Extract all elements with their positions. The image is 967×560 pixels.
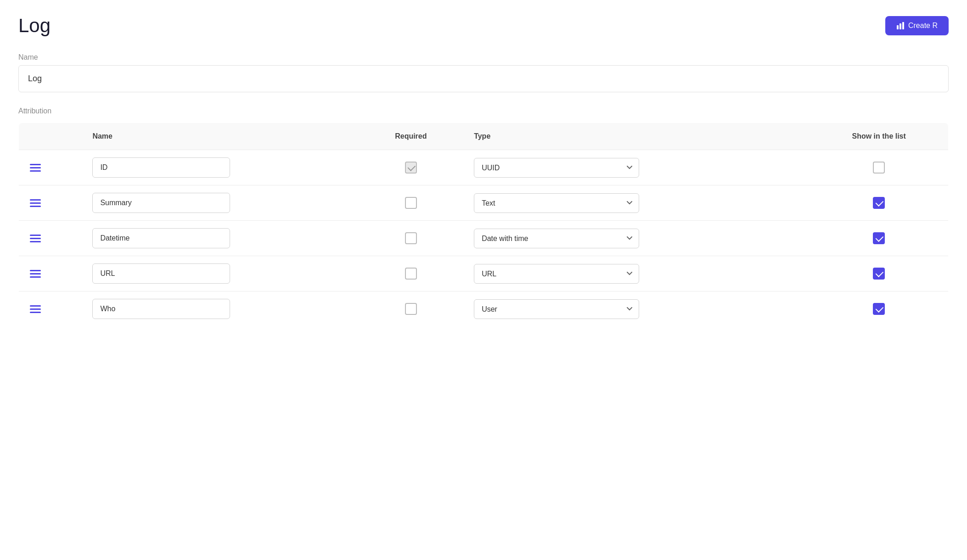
show-in-list-checkbox[interactable]	[873, 303, 885, 315]
required-checkbox[interactable]	[405, 268, 417, 280]
col-header-drag	[19, 123, 82, 150]
type-cell: UUIDTextDate with timeURLUserNumberBoole…	[463, 185, 810, 221]
drag-handle[interactable]	[30, 199, 41, 207]
attribution-label: Attribution	[18, 107, 949, 115]
show-cell	[810, 221, 948, 256]
drag-cell	[19, 221, 82, 256]
name-cell	[81, 185, 359, 221]
required-checkbox[interactable]	[405, 232, 417, 244]
required-checkbox[interactable]	[405, 197, 417, 209]
required-cell	[359, 256, 463, 291]
show-in-list-checkbox[interactable]	[873, 268, 885, 280]
col-header-name: Name	[81, 123, 359, 150]
row-name-input[interactable]	[92, 228, 230, 248]
attribution-table: Name Required Type Show in the list UUID…	[18, 123, 949, 327]
name-input[interactable]	[18, 65, 949, 92]
table-row: UUIDTextDate with timeURLUserNumberBoole…	[19, 185, 949, 221]
show-in-list-checkbox[interactable]	[873, 232, 885, 244]
svg-rect-0	[897, 25, 899, 29]
show-cell	[810, 256, 948, 291]
col-header-required: Required	[359, 123, 463, 150]
row-name-input[interactable]	[92, 193, 230, 213]
required-cell	[359, 150, 463, 185]
create-report-button[interactable]: Create R	[885, 16, 949, 35]
type-select[interactable]: UUIDTextDate with timeURLUserNumberBoole…	[474, 158, 639, 178]
table-header-row: Name Required Type Show in the list	[19, 123, 949, 150]
type-cell: UUIDTextDate with timeURLUserNumberBoole…	[463, 221, 810, 256]
required-checkbox[interactable]	[405, 303, 417, 315]
name-cell	[81, 221, 359, 256]
table-row: UUIDTextDate with timeURLUserNumberBoole…	[19, 150, 949, 185]
type-select[interactable]: UUIDTextDate with timeURLUserNumberBoole…	[474, 229, 639, 248]
col-header-show: Show in the list	[810, 123, 948, 150]
table-row: UUIDTextDate with timeURLUserNumberBoole…	[19, 221, 949, 256]
name-cell	[81, 291, 359, 327]
svg-rect-2	[902, 22, 904, 29]
type-cell: UUIDTextDate with timeURLUserNumberBoole…	[463, 291, 810, 327]
row-name-input[interactable]	[92, 299, 230, 319]
required-checkbox[interactable]	[405, 162, 417, 174]
type-cell: UUIDTextDate with timeURLUserNumberBoole…	[463, 256, 810, 291]
drag-cell	[19, 150, 82, 185]
show-cell	[810, 291, 948, 327]
drag-handle[interactable]	[30, 164, 41, 172]
type-cell: UUIDTextDate with timeURLUserNumberBoole…	[463, 150, 810, 185]
table-row: UUIDTextDate with timeURLUserNumberBoole…	[19, 256, 949, 291]
create-report-label: Create R	[908, 22, 938, 30]
name-cell	[81, 150, 359, 185]
type-select[interactable]: UUIDTextDate with timeURLUserNumberBoole…	[474, 264, 639, 284]
svg-rect-1	[900, 23, 901, 29]
drag-handle[interactable]	[30, 235, 41, 242]
show-in-list-checkbox[interactable]	[873, 197, 885, 209]
row-name-input[interactable]	[92, 263, 230, 284]
name-label: Name	[18, 53, 949, 62]
drag-handle[interactable]	[30, 305, 41, 313]
name-cell	[81, 256, 359, 291]
show-cell	[810, 150, 948, 185]
drag-cell	[19, 291, 82, 327]
required-cell	[359, 185, 463, 221]
show-cell	[810, 185, 948, 221]
required-cell	[359, 221, 463, 256]
chart-icon	[896, 22, 905, 30]
drag-handle[interactable]	[30, 270, 41, 278]
page-title: Log	[18, 15, 51, 37]
drag-cell	[19, 256, 82, 291]
table-row: UUIDTextDate with timeURLUserNumberBoole…	[19, 291, 949, 327]
col-header-type: Type	[463, 123, 810, 150]
show-in-list-checkbox[interactable]	[873, 162, 885, 174]
type-select[interactable]: UUIDTextDate with timeURLUserNumberBoole…	[474, 193, 639, 213]
row-name-input[interactable]	[92, 157, 230, 178]
drag-cell	[19, 185, 82, 221]
type-select[interactable]: UUIDTextDate with timeURLUserNumberBoole…	[474, 299, 639, 319]
required-cell	[359, 291, 463, 327]
